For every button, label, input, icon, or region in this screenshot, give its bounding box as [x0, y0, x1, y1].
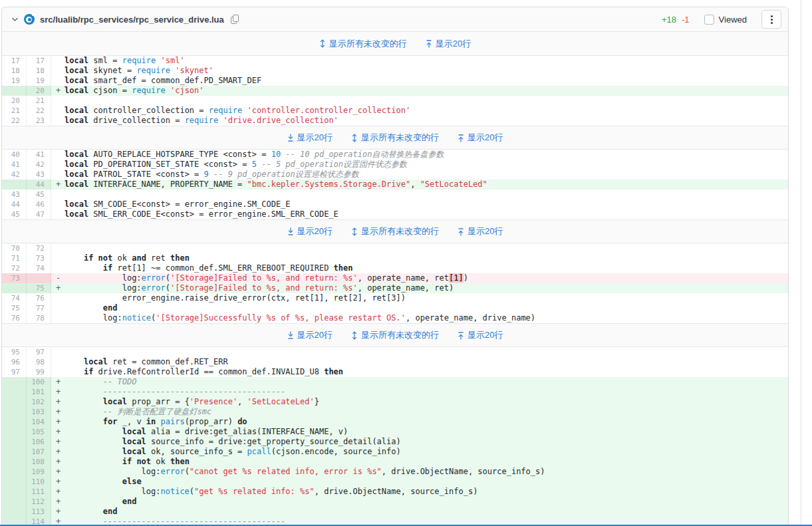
old-line-number[interactable]: 75 [2, 303, 27, 313]
new-line-number[interactable] [27, 273, 51, 283]
old-line-number[interactable] [2, 397, 27, 407]
expand-link[interactable]: 显示20行 [458, 225, 503, 237]
old-line-number[interactable] [2, 507, 27, 517]
code-segment: error [142, 273, 166, 283]
expand-link[interactable]: 显示20行 [287, 132, 333, 144]
new-line-number[interactable]: 20 [27, 86, 51, 96]
new-line-number[interactable]: 112 [27, 497, 51, 507]
old-line-number[interactable]: 42 [2, 170, 27, 180]
new-line-number[interactable]: 41 [27, 150, 51, 160]
new-line-number[interactable]: 42 [27, 160, 51, 170]
expand-link[interactable]: 显示20行 [287, 329, 333, 341]
new-line-number[interactable]: 102 [27, 397, 51, 407]
expand-link[interactable]: 显示20行 [458, 132, 503, 144]
old-line-number[interactable] [2, 487, 27, 497]
expand-link[interactable]: 显示20行 [426, 38, 471, 50]
old-line-number[interactable] [2, 407, 27, 417]
old-line-number[interactable]: 96 [2, 357, 27, 367]
code-segment: cjson = [93, 86, 132, 95]
expand-link[interactable]: 显示所有未改变的行 [351, 225, 439, 237]
new-line-number[interactable]: 100 [27, 377, 51, 387]
copy-path-icon[interactable] [231, 15, 239, 24]
new-line-number[interactable]: 106 [27, 437, 51, 447]
old-line-number[interactable]: 44 [2, 199, 27, 209]
collapse-chevron-icon[interactable] [11, 16, 19, 23]
file-menu-button[interactable] [761, 10, 781, 29]
new-line-number[interactable]: 19 [27, 76, 51, 86]
new-line-number[interactable]: 21 [27, 96, 51, 106]
new-line-number[interactable]: 22 [27, 106, 51, 116]
old-line-number[interactable] [2, 457, 27, 467]
old-line-number[interactable]: 43 [2, 190, 27, 199]
old-line-number[interactable]: 19 [2, 76, 27, 86]
new-line-number[interactable]: 72 [27, 243, 51, 253]
new-line-number[interactable]: 75 [27, 283, 51, 293]
new-line-number[interactable]: 78 [27, 313, 51, 323]
old-line-number[interactable]: 70 [2, 243, 27, 253]
new-line-number[interactable]: 110 [27, 477, 51, 487]
old-line-number[interactable]: 18 [2, 66, 27, 76]
new-line-number[interactable]: 44 [27, 180, 51, 190]
code-segment: local [103, 397, 132, 406]
old-line-number[interactable] [2, 283, 27, 293]
code-segment: in [146, 417, 161, 426]
new-line-number[interactable]: 107 [27, 447, 51, 457]
old-line-number[interactable] [2, 387, 27, 397]
new-line-number[interactable]: 99 [27, 367, 51, 377]
old-line-number[interactable]: 20 [2, 96, 27, 106]
expand-link[interactable]: 显示所有未改变的行 [351, 132, 439, 144]
new-line-number[interactable]: 113 [27, 507, 51, 517]
new-line-number[interactable]: 77 [27, 303, 51, 313]
old-line-number[interactable]: 71 [2, 253, 27, 263]
old-line-number[interactable]: 17 [2, 56, 27, 66]
file-path[interactable]: src/lualib/rpc_services/rpc_service_driv… [40, 15, 224, 25]
new-line-number[interactable]: 45 [27, 190, 51, 199]
new-line-number[interactable]: 97 [27, 347, 51, 357]
old-line-number[interactable] [2, 437, 27, 447]
expand-link[interactable]: 显示所有未改变的行 [351, 329, 439, 341]
old-line-number[interactable] [2, 86, 27, 96]
old-line-number[interactable]: 74 [2, 293, 27, 303]
new-line-number[interactable]: 103 [27, 407, 51, 417]
old-line-number[interactable]: 95 [2, 347, 27, 357]
new-line-number[interactable]: 104 [27, 417, 51, 427]
viewed-toggle[interactable]: Viewed [704, 15, 747, 25]
old-line-number[interactable] [2, 467, 27, 477]
old-line-number[interactable]: 41 [2, 160, 27, 170]
new-line-number[interactable]: 105 [27, 427, 51, 437]
new-line-number[interactable]: 46 [27, 199, 51, 209]
old-line-number[interactable]: 22 [2, 116, 27, 126]
old-line-number[interactable] [2, 180, 27, 190]
old-line-number[interactable]: 40 [2, 150, 27, 160]
old-line-number[interactable]: 97 [2, 367, 27, 377]
viewed-checkbox[interactable] [704, 15, 714, 25]
expand-link[interactable]: 显示所有未改变的行 [319, 38, 407, 50]
old-line-number[interactable] [2, 477, 27, 487]
old-line-number[interactable]: 76 [2, 313, 27, 323]
new-line-number[interactable]: 73 [27, 253, 51, 263]
old-line-number[interactable]: 45 [2, 209, 27, 219]
old-line-number[interactable] [2, 427, 27, 437]
new-line-number[interactable]: 108 [27, 457, 51, 467]
new-line-number[interactable]: 74 [27, 263, 51, 273]
old-line-number[interactable]: 72 [2, 263, 27, 273]
expand-link[interactable]: 显示20行 [287, 225, 333, 237]
code-line: local smart_def = common_def.PD_SMART_DE… [65, 76, 788, 86]
new-line-number[interactable]: 23 [27, 116, 51, 126]
new-line-number[interactable]: 18 [27, 66, 51, 76]
new-line-number[interactable]: 43 [27, 170, 51, 180]
old-line-number[interactable]: 73 [2, 273, 27, 283]
old-line-number[interactable] [2, 447, 27, 457]
old-line-number[interactable] [2, 497, 27, 507]
old-line-number[interactable] [2, 377, 27, 387]
new-line-number[interactable]: 101 [27, 387, 51, 397]
old-line-number[interactable] [2, 417, 27, 427]
expand-link[interactable]: 显示20行 [458, 329, 503, 341]
new-line-number[interactable]: 47 [27, 209, 51, 219]
old-line-number[interactable]: 21 [2, 106, 27, 116]
new-line-number[interactable]: 98 [27, 357, 51, 367]
new-line-number[interactable]: 111 [27, 487, 51, 497]
new-line-number[interactable]: 76 [27, 293, 51, 303]
new-line-number[interactable]: 17 [27, 56, 51, 66]
new-line-number[interactable]: 109 [27, 467, 51, 477]
